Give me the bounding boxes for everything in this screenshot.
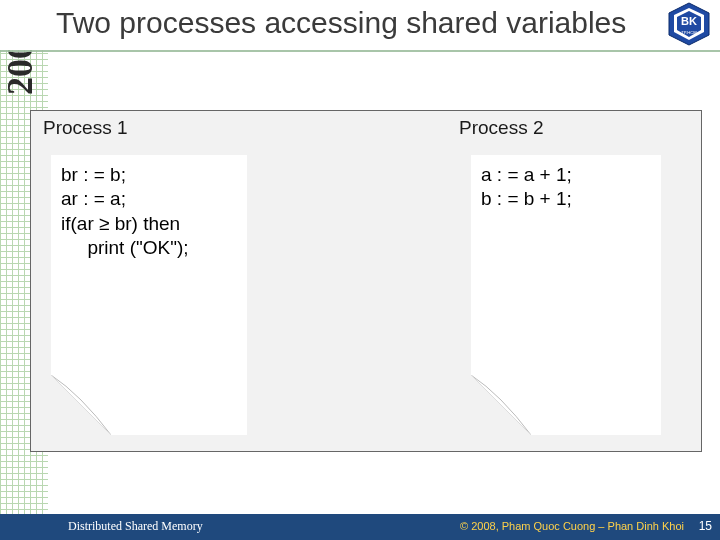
footer-left: Distributed Shared Memory xyxy=(68,519,203,534)
process-1-code: br : = b; ar : = a; if(ar ≥ br) then pri… xyxy=(61,163,189,260)
logo-text-bottom: TP.HCM xyxy=(681,30,697,35)
process-2-heading: Process 2 xyxy=(459,117,543,139)
bk-logo: BK TP.HCM xyxy=(666,2,712,46)
slide-title: Two processes accessing shared variables xyxy=(56,6,626,40)
footer-page-number: 15 xyxy=(699,519,712,533)
process-2-card: a : = a + 1; b : = b + 1; xyxy=(471,155,661,435)
dogear-icon xyxy=(51,375,111,435)
process-1-card: br : = b; ar : = a; if(ar ≥ br) then pri… xyxy=(51,155,247,435)
footer-bar: Distributed Shared Memory © 2008, Pham Q… xyxy=(0,514,720,540)
content-box: Process 1 Process 2 br : = b; ar : = a; … xyxy=(30,110,702,452)
bk-logo-svg: BK TP.HCM xyxy=(666,2,712,46)
process-1-heading: Process 1 xyxy=(43,117,127,139)
footer-right: © 2008, Pham Quoc Cuong – Phan Dinh Khoi xyxy=(460,520,684,532)
slide: 2008 Two processes accessing shared vari… xyxy=(0,0,720,540)
process-2-code: a : = a + 1; b : = b + 1; xyxy=(481,163,572,212)
dogear-icon xyxy=(471,375,531,435)
logo-text-top: BK xyxy=(681,15,697,27)
title-underline xyxy=(0,50,720,52)
